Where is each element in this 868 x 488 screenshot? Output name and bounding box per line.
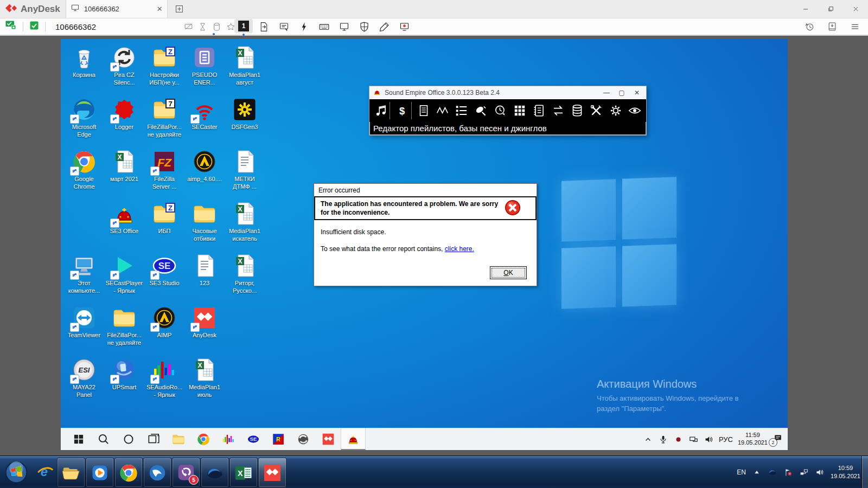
lightning-icon[interactable] xyxy=(298,21,310,33)
taskbar-button-se-oval[interactable]: SE xyxy=(241,428,266,450)
se-close-button[interactable]: ✕ xyxy=(631,89,643,97)
se-tool-eye[interactable] xyxy=(626,102,643,119)
monitor-select-button[interactable]: 1 xyxy=(234,19,253,33)
se-tool-list[interactable] xyxy=(453,102,471,119)
taskbar-button-swirl[interactable] xyxy=(291,428,316,450)
taskbar-button-search[interactable] xyxy=(91,428,116,450)
host-taskbar-button-swoosh[interactable] xyxy=(201,458,229,487)
desktop-icon[interactable]: XMediaPlan1 искатель xyxy=(225,197,265,249)
tab-close-icon[interactable]: ✕ xyxy=(157,5,163,13)
ok-button[interactable]: OK xyxy=(490,266,527,279)
record-icon[interactable] xyxy=(399,21,410,33)
internet-explorer-button[interactable]: e xyxy=(35,461,55,484)
taskbar-button-taskview[interactable] xyxy=(141,428,166,450)
se-tool-doc[interactable] xyxy=(414,102,432,119)
red-dot-icon[interactable] xyxy=(673,434,684,445)
click-here-link[interactable]: click here. xyxy=(445,245,474,253)
shield-icon[interactable] xyxy=(359,21,370,33)
start-button[interactable] xyxy=(4,460,28,486)
desktop-icon[interactable]: Google Chrome xyxy=(64,145,104,197)
se-tool-database[interactable] xyxy=(568,102,586,119)
se-tool-dish[interactable] xyxy=(472,102,490,119)
se-tool-swap[interactable] xyxy=(549,102,567,119)
monitor-icon[interactable] xyxy=(339,21,350,33)
desktop-icon[interactable]: SECaster xyxy=(184,93,225,145)
se-tool-notebook[interactable] xyxy=(529,102,547,119)
desktop-icon[interactable]: 123 xyxy=(184,249,225,301)
host-taskbar-button-viber[interactable]: 5 xyxy=(172,458,200,487)
remote-desktop[interactable]: КорзинаPira CZ Silenc...ZНастройки ИБП(н… xyxy=(61,39,788,450)
show-desktop-button[interactable] xyxy=(861,456,868,488)
remote-clock[interactable]: 11:59 19.05.2021 xyxy=(738,432,768,447)
taskbar-button-chrome[interactable] xyxy=(191,428,216,450)
se-minimize-button[interactable]: — xyxy=(601,89,612,97)
keyboard-icon[interactable] xyxy=(318,21,330,33)
screen-off-icon[interactable] xyxy=(183,22,194,32)
desktop-icon[interactable]: PSEUDO ENER... xyxy=(184,41,225,93)
desktop-icon[interactable]: SESE3 Studio xyxy=(144,249,184,301)
file-arrow-icon[interactable] xyxy=(258,21,270,33)
desktop-icon[interactable]: Корзина xyxy=(64,41,104,93)
desktop-icon[interactable]: XРиторг, Русско... xyxy=(225,249,265,301)
desktop-icon[interactable]: FZFileZilla Server ... xyxy=(144,145,184,197)
desktop-icon[interactable]: Logger xyxy=(104,93,144,145)
desktop-icon[interactable]: МЕТКИ ДТМФ ... xyxy=(225,145,265,197)
close-button[interactable] xyxy=(843,0,868,18)
taskbar-button-start[interactable] xyxy=(66,428,91,450)
host-taskbar-button-excel-app[interactable]: X xyxy=(229,458,258,487)
swoosh-icon[interactable] xyxy=(768,467,777,477)
taskbar-button-cortana[interactable] xyxy=(116,428,141,450)
net7-icon[interactable] xyxy=(799,467,809,477)
chat-icon[interactable] xyxy=(278,21,290,33)
host-clock[interactable]: 10:59 19.05.2021 xyxy=(831,464,860,480)
desktop-icon[interactable]: Microsoft Edge xyxy=(64,93,104,145)
hourglass-icon[interactable] xyxy=(197,22,208,32)
speaker-icon[interactable] xyxy=(704,434,714,445)
menu-icon[interactable] xyxy=(850,21,860,32)
desktop-icon[interactable]: 7FileZillaPor... не удаляйте xyxy=(144,93,184,145)
desktop-icon[interactable]: ZНастройки ИБП(не у... xyxy=(144,41,184,93)
se-tool-gear[interactable] xyxy=(607,102,624,119)
desktop-icon[interactable]: Xмарт 2021 xyxy=(104,145,144,197)
desktop-icon[interactable]: AnyDesk xyxy=(184,301,225,354)
host-taskbar-button-wmp[interactable] xyxy=(86,458,114,487)
desktop-icon[interactable]: FileZillaPor... не удаляйте xyxy=(104,301,144,354)
se-tool-dollar[interactable]: $ xyxy=(393,102,411,119)
pencil-icon[interactable] xyxy=(379,21,390,33)
desktop-icon[interactable]: aimp_4.60.... xyxy=(184,145,225,197)
speaker7-icon[interactable] xyxy=(815,467,825,477)
flag-x-icon[interactable] xyxy=(783,467,793,477)
host-language-indicator[interactable]: EN xyxy=(737,468,746,476)
desktop-icon[interactable]: SE3 Office xyxy=(104,197,144,249)
network-icon[interactable] xyxy=(688,434,699,445)
desktop-icon[interactable]: Pira CZ Silenc... xyxy=(104,41,144,93)
taskbar-button-anydesk-icon[interactable] xyxy=(316,428,341,450)
taskbar-button-r-icon[interactable]: R xyxy=(266,428,291,450)
host-taskbar-button-chrome[interactable] xyxy=(114,458,143,487)
se-tool-music[interactable] xyxy=(372,102,390,119)
new-session-button[interactable] xyxy=(174,4,184,14)
se-tool-tools[interactable] xyxy=(588,102,605,119)
action-center-button[interactable]: 2 xyxy=(773,433,783,446)
taskbar-button-crown[interactable] xyxy=(341,428,366,450)
host-taskbar-button-thunderbird[interactable] xyxy=(143,458,171,487)
taskbar-button-eq-bars[interactable] xyxy=(216,428,241,450)
desktop-icon[interactable]: Часовые отбивки xyxy=(184,197,225,249)
tri-up-icon[interactable] xyxy=(752,467,762,477)
minimize-button[interactable] xyxy=(793,0,818,18)
desktop-icon[interactable]: SECastPlayer - Ярлык xyxy=(104,249,144,301)
book-icon[interactable] xyxy=(827,21,838,32)
desktop-icon[interactable]: UPSmart xyxy=(104,354,144,406)
taskbar-button-folder[interactable] xyxy=(166,428,191,450)
desktop-icon[interactable]: XMediaPlan1 август xyxy=(225,41,265,93)
desktop-icon[interactable]: ESIMAYA22 Panel xyxy=(64,354,104,406)
desktop-icon[interactable]: XMediaPlan1 июль xyxy=(184,354,225,406)
desktop-icon[interactable]: TeamViewer xyxy=(64,301,104,354)
maximize-button[interactable] xyxy=(818,0,843,18)
se-tool-wave[interactable] xyxy=(433,102,451,119)
desktop-icon[interactable]: DSFGen3 xyxy=(225,93,265,145)
se-maximize-button[interactable]: ▢ xyxy=(616,89,628,97)
se-tool-grid[interactable] xyxy=(510,102,528,119)
host-taskbar-button-anydesk-icon[interactable] xyxy=(258,458,286,487)
desktop-icon[interactable]: ZИБП xyxy=(144,197,184,249)
